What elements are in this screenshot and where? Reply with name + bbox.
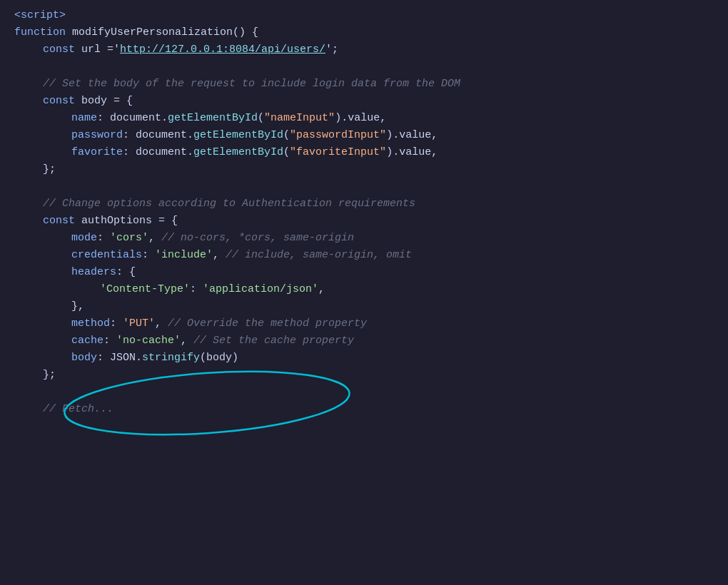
line-const-auth: const authOptions = { — [0, 213, 728, 230]
headers-close-bracket: }, — [71, 298, 84, 315]
comment-auth-text: // Change options according to Authentic… — [43, 195, 415, 213]
code-editor: <script> function modifyUserPersonalizat… — [0, 0, 728, 585]
line-credentials: credentials: 'include', // include, same… — [0, 247, 728, 264]
line-favorite-prop: favorite: document.getElementById("favor… — [0, 144, 728, 161]
str-put: 'PUT' — [123, 315, 155, 332]
line-content-type: 'Content-Type': 'application/json', — [0, 281, 728, 298]
line-script-tag: <script> — [0, 7, 728, 24]
comment-method: // Override the method property — [168, 315, 367, 332]
auth-close-bracket: }; — [43, 367, 56, 384]
str-no-cache: 'no-cache' — [116, 332, 181, 350]
line-headers-close: }, — [0, 298, 728, 315]
comment-cors: // no-cors, *cors, same-origin — [161, 230, 354, 247]
var-url: url — [81, 41, 107, 58]
prop-credentials: credentials — [71, 247, 142, 264]
line-headers: headers: { — [0, 264, 728, 281]
body-close-bracket: }; — [43, 161, 56, 178]
str-content-type-key: 'Content-Type' — [100, 281, 190, 298]
prop-favorite: favorite — [71, 144, 123, 161]
prop-password: password — [71, 127, 123, 144]
comment-body-text: // Set the body of the request to includ… — [43, 76, 460, 93]
line-const-url: const url ='http://127.0.0.1:8084/api/us… — [0, 41, 728, 58]
comment-fetch-text: // Fetch... — [43, 401, 113, 418]
prop-name: name — [71, 110, 97, 127]
prop-mode: mode — [71, 230, 97, 247]
prop-body-ref: body — [71, 350, 97, 367]
func-name: modifyUserPersonalization — [72, 24, 233, 41]
line-comment-fetch: // Fetch... — [0, 401, 728, 418]
comment-cache: // Set the cache property — [193, 332, 354, 350]
var-body: body — [81, 93, 113, 110]
line-comment-body: // Set the body of the request to includ… — [0, 76, 728, 93]
func-parens: () { — [233, 24, 258, 41]
str-include: 'include' — [155, 247, 213, 264]
line-func-def: function modifyUserPersonalization() { — [0, 24, 728, 41]
keyword-const-body: const — [43, 93, 81, 110]
line-password-prop: password: document.getElementById("passw… — [0, 127, 728, 144]
url-value: http://127.0.0.1:8084/api/users/ — [120, 41, 325, 58]
var-auth: authOptions — [81, 213, 158, 230]
line-auth-close: }; — [0, 367, 728, 384]
line-const-body: const body = { — [0, 93, 728, 110]
empty-line-2 — [0, 178, 728, 195]
str-cors: 'cors' — [110, 230, 148, 247]
line-body-ref: body: JSON.stringify(body) — [0, 350, 728, 367]
line-body-close: }; — [0, 161, 728, 178]
keyword-function: function — [14, 24, 72, 41]
prop-cache: cache — [71, 332, 103, 350]
line-cache: cache: 'no-cache', // Set the cache prop… — [0, 332, 728, 350]
str-content-type-val: 'application/json' — [203, 281, 318, 298]
prop-headers: headers — [71, 264, 116, 281]
script-tag-text: <script> — [14, 7, 66, 24]
line-comment-auth: // Change options according to Authentic… — [0, 195, 728, 213]
keyword-const: const — [43, 41, 81, 58]
line-name-prop: name: document.getElementById("nameInput… — [0, 110, 728, 127]
prop-method: method — [71, 315, 110, 332]
empty-line-3 — [0, 384, 728, 401]
empty-line-1 — [0, 58, 728, 76]
line-mode: mode: 'cors', // no-cors, *cors, same-or… — [0, 230, 728, 247]
keyword-const-auth: const — [43, 213, 81, 230]
line-method: method: 'PUT', // Override the method pr… — [0, 315, 728, 332]
comment-credentials: // include, same-origin, omit — [226, 247, 412, 264]
